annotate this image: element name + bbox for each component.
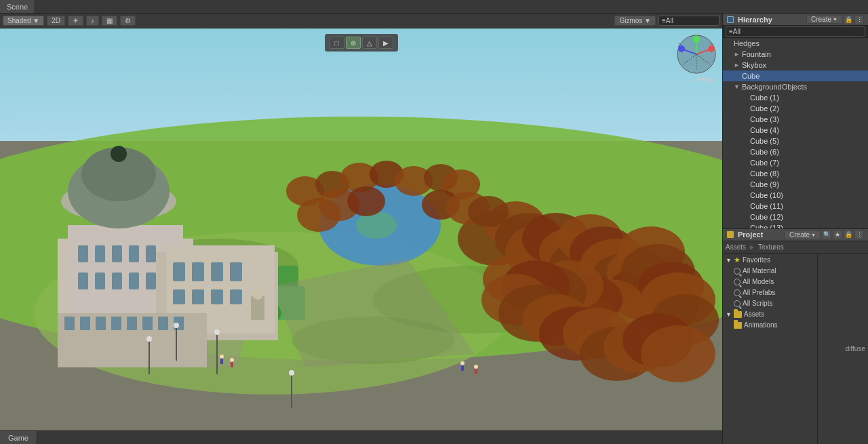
hier-item-cube-(10)[interactable]: Cube (10) [723,190,868,201]
2d-button[interactable]: 2D [47,16,65,26]
shaded-dropdown[interactable]: Shaded ▼ [3,16,44,26]
hier-item-cube-(11)[interactable]: Cube (11) [723,201,868,211]
game-tab[interactable]: Game [0,431,37,444]
svg-rect-34 [230,262,242,281]
move-tool-btn[interactable]: ⊕ [346,37,361,49]
hier-item-cube-(6)[interactable]: Cube (6) [723,146,868,157]
project-breadcrumb: Assets ► Textures [723,241,868,254]
project-icon [727,231,734,238]
svg-text:Y: Y [694,34,698,39]
hier-item-fountain[interactable]: ► Fountain [723,49,868,60]
fx-button[interactable]: ▦ [102,16,117,26]
fav-item-allprefabs[interactable]: All Prefabs [723,287,817,298]
scene-search[interactable] [658,16,719,26]
svg-point-110 [460,361,465,365]
project-actions: Create 🔍 ★ 🔒 ⋮ [785,230,864,239]
project-panel: Project Create 🔍 ★ 🔒 ⋮ Assets ► Textures [723,229,868,445]
favorites-header[interactable]: ▼ ★ Favorites [723,255,817,266]
svg-rect-36 [192,289,204,304]
top-bar: Scene [0,0,868,14]
svg-point-91 [641,325,715,382]
project-menu-button[interactable]: ⋮ [854,230,864,239]
svg-point-101 [468,196,509,227]
project-header: Project Create 🔍 ★ 🔒 ⋮ [723,229,868,241]
asset-item-animations[interactable]: Animations [723,320,817,331]
hier-item-cube-(1)[interactable]: Cube (1) [723,92,868,103]
svg-point-108 [230,358,234,362]
svg-rect-17 [112,245,122,262]
hierarchy-search-bar [723,26,868,38]
hierarchy-content[interactable]: Hedges ► Fountain ► Skybox Cube ▼ Backgr… [723,38,868,228]
svg-rect-32 [192,262,204,281]
scene-tab[interactable]: Scene [0,0,35,13]
gizmos-button[interactable]: Gizmos ▼ [614,16,656,26]
scale-tool-btn[interactable]: ▶ [378,37,393,49]
svg-rect-18 [129,245,139,262]
fav-item-allmaterial[interactable]: All Material [723,266,817,277]
hier-item-cube-(3)[interactable]: Cube (3) [723,114,868,125]
scene-3d: □ ⊕ △ ▶ X Y [0,28,722,430]
hierarchy-lock-button[interactable]: 🔒 [844,15,853,24]
search-icon [734,300,741,307]
search-icon [734,268,741,275]
hier-item-cube-(4)[interactable]: Cube (4) [723,125,868,136]
svg-rect-35 [173,289,185,304]
svg-point-53 [174,323,179,328]
scene-toolbar: Shaded ▼ 2D ☀ ♪ ▦ ⚙ Gizmos ▼ [0,14,722,28]
hier-item-cube-(12)[interactable]: Cube (12) [723,211,868,222]
audio-button[interactable]: ♪ [86,16,99,26]
project-lock-button[interactable]: 🔒 [844,230,853,239]
project-create-button[interactable]: Create [785,230,821,239]
svg-point-28 [111,146,127,162]
hier-item-cube-(9)[interactable]: Cube (9) [723,179,868,190]
hierarchy-search-input[interactable] [726,26,865,37]
scene-center-toolbar: □ ⊕ △ ▶ [325,34,398,52]
rotate-tool-btn[interactable]: △ [362,37,377,49]
scene-view: □ ⊕ △ ▶ X Y [0,28,722,430]
hier-item-cube-(8)[interactable]: Cube (8) [723,168,868,179]
hier-item-cube-(7)[interactable]: Cube (7) [723,157,868,168]
assets-header[interactable]: ▼ Assets [723,309,817,320]
hier-item-cube[interactable]: Cube [723,70,868,81]
hier-item-cube-(2)[interactable]: Cube (2) [723,103,868,114]
fav-item-allmodels[interactable]: All Models [723,277,817,287]
hier-item-skybox[interactable]: ► Skybox [723,60,868,70]
persp-label: ← Persp [688,76,714,83]
svg-rect-41 [80,317,90,330]
project-search-button[interactable]: 🔍 [822,230,831,239]
hand-tool-btn[interactable]: □ [330,37,344,49]
lighting-button[interactable]: ☀ [68,16,83,26]
svg-rect-22 [112,273,122,289]
project-star-button[interactable]: ★ [833,230,842,239]
hier-item-cube-(5)[interactable]: Cube (5) [723,136,868,146]
svg-rect-16 [95,245,105,262]
hierarchy-title: Hierarchy [738,16,772,24]
navigation-gizmo[interactable]: X Y Z [676,34,717,75]
svg-text:Z: Z [678,43,682,47]
svg-rect-20 [78,273,88,289]
svg-rect-44 [127,317,137,330]
svg-point-57 [289,370,294,376]
svg-rect-33 [211,262,223,281]
hierarchy-actions: Create 🔒 ⋮ [806,15,864,24]
breadcrumb-assets[interactable]: Assets [726,243,746,251]
hierarchy-create-button[interactable]: Create [806,15,842,24]
main-content: Shaded ▼ 2D ☀ ♪ ▦ ⚙ Gizmos ▼ [0,14,868,444]
hier-item-cube-(13)[interactable]: Cube (13) [723,222,868,228]
hierarchy-header: Hierarchy Create 🔒 ⋮ [723,14,868,26]
svg-point-49 [252,289,263,300]
bottom-tabs: Game [0,430,722,444]
hier-item-backgroundobjects[interactable]: ▼ BackgroundObjects [723,81,868,92]
svg-rect-45 [142,317,153,330]
svg-rect-15 [78,245,88,262]
right-panel: Hierarchy Create 🔒 ⋮ Hedges ► Fountain ► [722,14,868,444]
hierarchy-menu-button[interactable]: ⋮ [854,15,864,24]
hier-item-hedges[interactable]: Hedges [723,38,868,49]
svg-rect-23 [129,273,139,289]
svg-rect-19 [146,245,156,262]
fav-item-allscripts[interactable]: All Scripts [723,298,817,309]
search-icon [734,279,741,285]
svg-rect-42 [96,317,106,330]
breadcrumb-textures[interactable]: Textures [758,243,784,251]
settings-button[interactable]: ⚙ [120,16,136,26]
